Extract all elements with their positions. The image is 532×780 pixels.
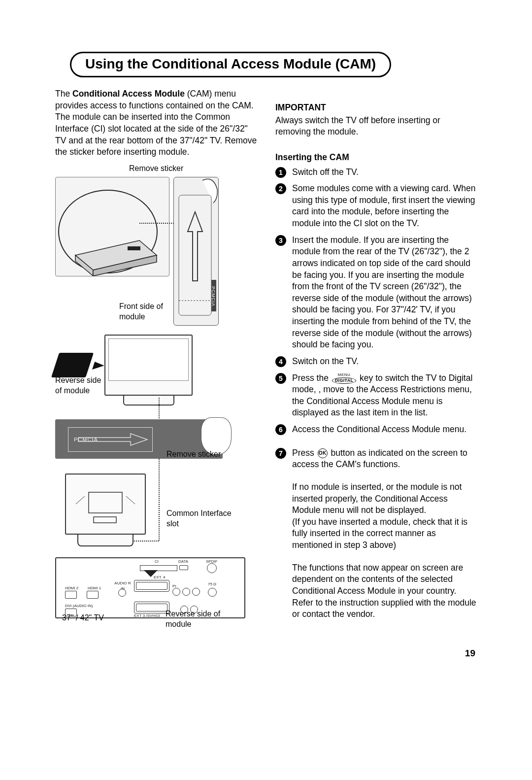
port-data-label: DATA xyxy=(178,559,188,565)
port-ext4-icon xyxy=(134,580,169,592)
step-7: Press OK button as indicated on the scre… xyxy=(275,447,478,620)
digital-key-label: DIGITAL xyxy=(332,377,356,384)
port-75ohm-label: 75 Ω xyxy=(208,582,216,587)
step-3-text: Insert the module. If you are inserting … xyxy=(292,235,472,350)
svg-line-12 xyxy=(126,496,135,504)
tail-1: If no module is inserted, or the module … xyxy=(292,481,478,516)
step-5: Press the MENUDIGITAL key to switch the … xyxy=(275,373,478,419)
digital-key-menu-label: MENU xyxy=(338,373,351,377)
port-hdmi2-icon xyxy=(65,591,77,599)
page-number: 19 xyxy=(465,648,475,659)
svg-rect-10 xyxy=(94,517,116,523)
svg-rect-4 xyxy=(128,246,140,250)
page-title: Using the Conditional Access Module (CAM… xyxy=(85,56,376,72)
port-ext2-icon xyxy=(134,602,169,613)
important-heading: IMPORTANT xyxy=(275,88,478,114)
port-data-icon xyxy=(179,565,188,570)
inserting-heading: Inserting the CAM xyxy=(275,152,478,164)
label-remove-sticker-2: Remove sticker xyxy=(166,449,221,460)
diagram-tv-front-icon xyxy=(104,335,193,396)
label-remove-sticker: Remove sticker xyxy=(129,163,183,174)
step-6: Access the Conditional Access Module men… xyxy=(275,424,478,436)
pcmcia-label-2: PCMCIA xyxy=(74,436,98,443)
port-audio-r-icon xyxy=(118,589,126,597)
ok-key-icon: OK xyxy=(318,448,328,458)
port-antenna-icon xyxy=(208,588,217,597)
port-y-icon xyxy=(192,588,200,596)
important-body: Always switch the TV off before insertin… xyxy=(275,115,478,138)
step-1-text: Switch off the TV. xyxy=(292,167,359,177)
ok-key-label: OK xyxy=(318,448,328,458)
label-tv37: 37" / 42" TV xyxy=(62,612,104,623)
label-ci-slot-2: Common Interface slot xyxy=(166,508,240,529)
step-6-text: Access the Conditional Access Module men… xyxy=(292,424,466,434)
step-4: Switch on the TV. xyxy=(275,356,478,368)
step-1: Switch off the TV. xyxy=(275,167,478,178)
svg-rect-9 xyxy=(89,492,122,513)
intro-bold: Conditional Access Module xyxy=(72,89,185,99)
diagram-module-reverse-icon xyxy=(51,353,94,377)
intro-post: (CAM) menu provides access to functions … xyxy=(55,89,257,157)
page-title-box: Using the Conditional Access Module (CAM… xyxy=(70,52,391,77)
intro-pre: The xyxy=(55,89,72,99)
port-ci-label: CI xyxy=(155,559,159,565)
tail-2: (If you have inserted a module, check th… xyxy=(292,516,478,551)
port-ext3-label: EXT 3 /SVHS3 xyxy=(134,613,160,619)
port-hdmi1-icon xyxy=(87,591,99,599)
diagram-cam-card-icon: PCMCIA xyxy=(173,177,219,326)
diagram-tv-rear-icon xyxy=(65,474,146,535)
port-spdif-icon xyxy=(207,563,217,573)
step-7-pre: Press xyxy=(292,448,317,458)
label-reverse-side-2: Reverse side of module xyxy=(166,609,225,630)
left-column: The Conditional Access Module (CAM) menu… xyxy=(55,88,258,646)
tail-3: The functions that now appear on screen … xyxy=(292,562,478,620)
step-3: Insert the module. If you are inserting … xyxy=(275,235,478,351)
right-column: IMPORTANT Always switch the TV off befor… xyxy=(272,88,478,646)
port-ext4-label: EXT. 4 xyxy=(154,575,166,580)
steps-list: Switch off the TV. Some modules come wit… xyxy=(275,167,478,620)
port-pr-icon xyxy=(172,588,180,596)
svg-line-11 xyxy=(76,496,85,504)
figure-26-32: Remove sticker 26' / 32" TV Common Inter… xyxy=(55,163,258,400)
step-5-pre: Press the xyxy=(292,373,331,383)
port-pb-icon xyxy=(182,588,190,596)
port-dvi-label: DVI (AUDIO IN) xyxy=(65,604,95,609)
intro-paragraph: The Conditional Access Module (CAM) menu… xyxy=(55,88,258,158)
step-2: Some modules come with a viewing card. W… xyxy=(275,183,478,230)
port-hdmi2-label: HDMI 2 xyxy=(65,586,78,591)
figure-37-42: PCMCIA Remove sticker Common Interface s… xyxy=(55,400,258,646)
step-2-text: Some modules come with a viewing card. W… xyxy=(292,183,476,228)
digital-key-icon: MENUDIGITAL xyxy=(332,373,356,384)
diagram-tv-side-icon xyxy=(55,177,169,276)
port-hdmi1-label: HDMI 1 xyxy=(88,586,101,591)
step-4-text: Switch on the TV. xyxy=(292,356,359,366)
